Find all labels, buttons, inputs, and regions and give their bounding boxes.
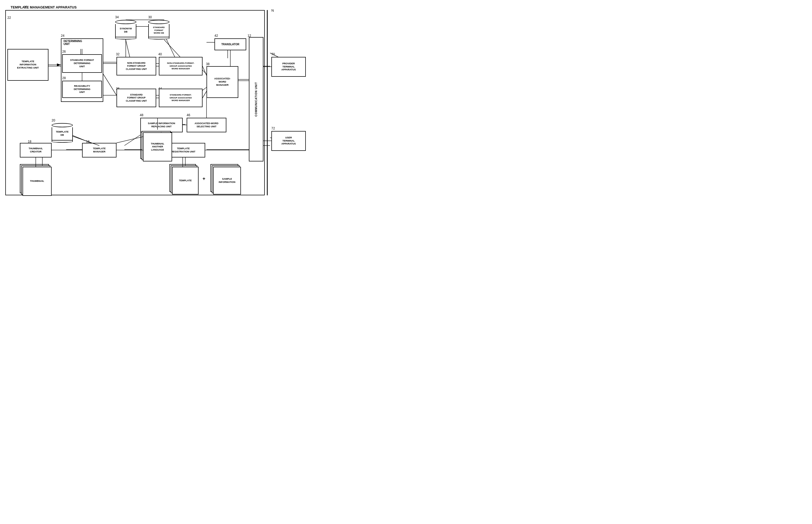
standard-format-group-classifying-unit: STANDARDFORMAT GROUPCLASSIFYING UNIT — [116, 89, 156, 107]
ref-24: 24 — [61, 34, 64, 37]
standard-format-group-associated-word-manager: STANDARD-FORMAT-GROUP-ASSOCIATEDWORD MAN… — [159, 89, 202, 107]
ref-20: 20 — [52, 118, 55, 122]
ref-22: 22 — [7, 16, 11, 20]
thumbnail-creator: THUMBNAILCREATOR — [20, 143, 52, 158]
ref-72: 72 — [271, 127, 275, 130]
non-standard-format-group-associated-word-manager: NON-STANDARD-FORMAT-GROUP-ASSOCIATEDWORD… — [159, 57, 202, 76]
thumbnail-another-lang-stack: THUMBNAILANOTHERLANGUAGE — [140, 130, 175, 161]
non-standard-format-group-classifying-unit: NON-STANDARDFORMAT GROUPCLASSIFYING UNIT — [116, 57, 156, 76]
ref-28: 28 — [62, 76, 66, 80]
provider-terminal-apparatus: PROVIDERTERMINALAPPARATUS — [271, 57, 306, 77]
ref-70: 70 — [271, 52, 275, 56]
determining-unit-label: DETERMININGUNIT — [64, 40, 82, 46]
ref-48: 48 — [140, 113, 143, 117]
ref-38: 38 — [206, 62, 209, 66]
ref-40: 40 — [158, 52, 162, 56]
plus-sign: + — [202, 176, 206, 182]
standard-format-determining-unit: STANDARD FORMATDETERMININGUNIT — [62, 54, 102, 73]
user-terminal-apparatus: USERTERMINALAPPARATUS — [271, 131, 306, 151]
template-manager: TEMPLATEMANAGER — [82, 143, 116, 158]
ref-30: 30 — [148, 15, 152, 19]
associated-word-manager: ASSOCIATED-WORDMANAGER — [207, 66, 238, 98]
template-info-extracting-unit: TEMPLATEINFORMATIONEXTRACTING UNIT — [7, 49, 48, 81]
main-box-label: TEMPLATE MANAGEMENT APPARATUS — [11, 5, 77, 9]
standard-format-word-db: STANDARD FORMATWORD DB — [148, 20, 169, 39]
template-db: TEMPLATEDB — [52, 123, 73, 143]
thumbnail-doc-stack: THUMBNAIL — [20, 164, 54, 196]
associated-word-selecting-unit: ASSOCIATED-WORDSELECTING UNIT — [186, 118, 226, 132]
communication-unit-label: COMMUNICATION UNIT — [255, 82, 258, 117]
diagram-container: 10 TEMPLATE MANAGEMENT APPARATUS N — [5, 5, 312, 201]
template-doc-stack: TEMPLATE — [169, 164, 198, 195]
ref-34: 34 — [115, 15, 119, 19]
translator: TRANSLATOR — [214, 38, 246, 50]
communication-unit: COMMUNICATION UNIT — [249, 37, 263, 161]
ref-46: 46 — [186, 113, 190, 117]
synonym-db: SYNONYMDB — [115, 20, 136, 39]
n-label: N — [271, 9, 274, 13]
outer-line — [267, 10, 268, 195]
ref-32: 32 — [116, 52, 119, 56]
readability-determining-unit: READABILITYDETERMININGUNIT — [62, 81, 102, 98]
sample-info-doc-stack: SAMPLEINFORMATION — [210, 164, 242, 195]
ref-42: 42 — [214, 34, 218, 37]
ref-26: 26 — [62, 50, 66, 53]
